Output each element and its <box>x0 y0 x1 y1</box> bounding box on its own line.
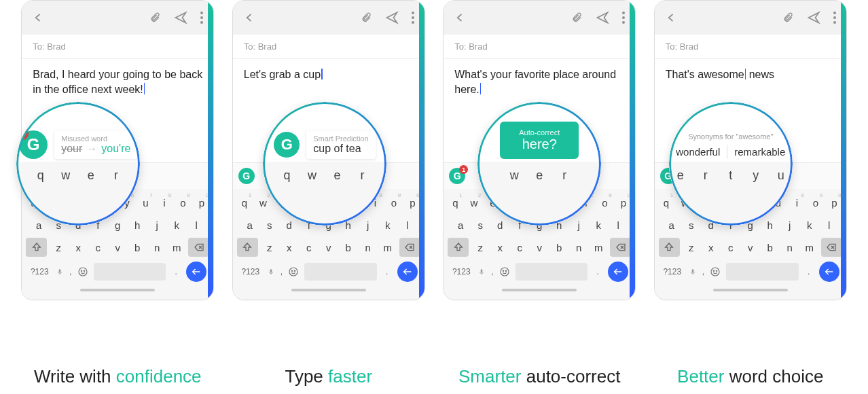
key-l[interactable]: l <box>399 215 416 234</box>
back-icon[interactable] <box>31 11 45 24</box>
more-icon[interactable] <box>200 11 204 24</box>
key-i[interactable]: i8 <box>157 193 173 212</box>
key-x[interactable]: x <box>70 238 86 257</box>
key-b[interactable]: b <box>762 238 778 257</box>
key-n[interactable]: n <box>571 238 587 257</box>
attach-icon[interactable] <box>570 12 583 23</box>
grammarly-icon[interactable]: G <box>274 132 300 158</box>
key-q[interactable]: q1 <box>659 193 674 212</box>
key-l[interactable]: l <box>610 215 626 234</box>
shift-key[interactable] <box>448 238 469 257</box>
enter-key[interactable] <box>608 262 628 282</box>
comma-key[interactable]: , <box>281 262 283 282</box>
period-key[interactable]: . <box>381 262 393 282</box>
key-m[interactable]: m <box>380 238 396 257</box>
enter-key[interactable] <box>186 262 206 282</box>
key-c[interactable]: c <box>511 238 528 257</box>
key-m[interactable]: m <box>168 238 185 257</box>
key-k[interactable]: k <box>590 215 607 234</box>
key-o[interactable]: o9 <box>175 193 191 212</box>
key-i[interactable]: i8 <box>789 193 805 212</box>
key-a[interactable]: a <box>242 215 258 234</box>
key-b[interactable]: b <box>129 238 145 257</box>
key-p[interactable]: p0 <box>405 193 420 212</box>
key-v[interactable]: v <box>742 238 759 257</box>
grammarly-icon[interactable]: G1 <box>19 130 48 159</box>
key-o[interactable]: o9 <box>597 193 613 212</box>
key-z[interactable]: z <box>50 238 67 257</box>
grammarly-toggle[interactable]: G <box>238 168 255 184</box>
send-icon[interactable] <box>385 11 399 24</box>
key-k[interactable]: k <box>801 215 818 234</box>
more-icon[interactable] <box>833 11 837 24</box>
key-c[interactable]: c <box>723 238 739 257</box>
comma-key[interactable]: , <box>702 262 704 282</box>
synonym-option[interactable]: wonderful <box>669 145 727 159</box>
back-icon[interactable] <box>453 11 467 24</box>
key-j[interactable]: j <box>149 215 165 234</box>
key-h[interactable]: h <box>129 215 145 234</box>
key-b[interactable]: b <box>340 238 357 257</box>
key-v[interactable]: v <box>321 238 337 257</box>
back-icon[interactable] <box>242 11 256 24</box>
correction-card[interactable]: Misused word your → you're <box>54 130 137 159</box>
shift-key[interactable] <box>26 238 47 257</box>
key-x[interactable]: x <box>492 238 508 257</box>
send-icon[interactable] <box>807 11 820 24</box>
key-x[interactable]: x <box>281 238 297 257</box>
mic-key[interactable] <box>687 262 698 282</box>
numbers-key[interactable]: ?123 <box>240 262 261 282</box>
key-p[interactable]: p0 <box>827 193 842 212</box>
backspace-key[interactable] <box>821 238 842 257</box>
numbers-key[interactable]: ?123 <box>450 262 472 282</box>
recipient-field[interactable]: To: Brad <box>22 35 213 59</box>
comma-key[interactable]: , <box>69 262 71 282</box>
prediction-card[interactable]: Smart Prediction cup of tea <box>306 130 375 159</box>
period-key[interactable]: . <box>170 262 182 282</box>
key-d[interactable]: d <box>492 215 508 234</box>
send-icon[interactable] <box>174 11 187 24</box>
key-a[interactable]: a <box>452 215 469 234</box>
back-icon[interactable] <box>664 11 678 24</box>
emoji-key[interactable] <box>708 262 722 282</box>
key-v[interactable]: v <box>531 238 547 257</box>
key-l[interactable]: l <box>188 215 204 234</box>
key-g[interactable]: g <box>109 215 126 234</box>
key-p[interactable]: p0 <box>194 193 210 212</box>
recipient-field[interactable]: To: Brad <box>444 35 635 59</box>
emoji-key[interactable] <box>287 262 300 282</box>
key-j[interactable]: j <box>360 215 376 234</box>
backspace-key[interactable] <box>399 238 420 257</box>
numbers-key[interactable]: ?123 <box>29 262 50 282</box>
shift-key[interactable] <box>237 238 258 257</box>
key-u[interactable]: u7 <box>138 193 153 212</box>
key-z[interactable]: z <box>261 238 278 257</box>
key-j[interactable]: j <box>571 215 587 234</box>
numbers-key[interactable]: ?123 <box>662 262 683 282</box>
key-j[interactable]: j <box>782 215 798 234</box>
key-z[interactable]: z <box>472 238 488 257</box>
key-o[interactable]: o9 <box>386 193 402 212</box>
mic-key[interactable] <box>54 262 65 282</box>
key-x[interactable]: x <box>703 238 719 257</box>
key-k[interactable]: k <box>380 215 396 234</box>
key-a[interactable]: a <box>664 215 680 234</box>
spacebar[interactable] <box>94 263 166 281</box>
enter-key[interactable] <box>397 262 418 282</box>
comma-key[interactable]: , <box>491 262 493 282</box>
key-q[interactable]: q1 <box>237 193 253 212</box>
attach-icon[interactable] <box>359 12 373 23</box>
enter-key[interactable] <box>819 262 839 282</box>
key-n[interactable]: n <box>782 238 798 257</box>
emoji-key[interactable] <box>498 262 511 282</box>
spacebar[interactable] <box>726 263 799 281</box>
key-v[interactable]: v <box>109 238 126 257</box>
key-w[interactable]: w2 <box>255 193 271 212</box>
emoji-key[interactable] <box>76 262 90 282</box>
key-o[interactable]: o9 <box>808 193 824 212</box>
spacebar[interactable] <box>516 263 588 281</box>
period-key[interactable]: . <box>592 262 604 282</box>
key-n[interactable]: n <box>360 238 376 257</box>
key-s[interactable]: s <box>683 215 700 234</box>
synonym-option[interactable]: remarkable <box>727 145 792 159</box>
